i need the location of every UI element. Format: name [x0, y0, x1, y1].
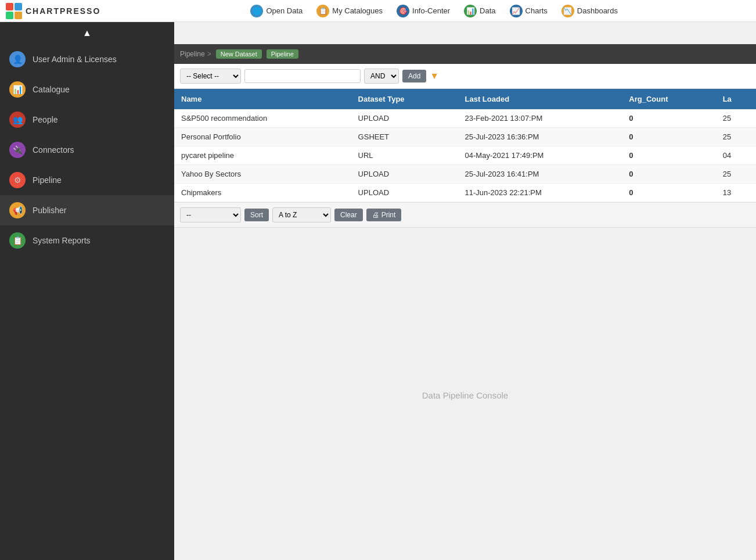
sidebar-item-people[interactable]: 👥 People — [0, 105, 174, 135]
sort-order-select[interactable]: A to Z Z to A Newest First Oldest First — [272, 207, 331, 222]
nav-my-catalogues[interactable]: 📋 My Catalogues — [311, 2, 388, 20]
filter-icon[interactable]: ▼ — [430, 71, 439, 81]
breadcrumb-arrow: > — [207, 50, 211, 58]
breadcrumb: Pipeline > — [180, 50, 211, 58]
svg-rect-1 — [15, 3, 22, 10]
svg-rect-2 — [6, 12, 13, 19]
cell-arg-count: 0 — [622, 146, 715, 165]
sidebar-item-user-admin[interactable]: 👤 User Admin & Licenses — [0, 44, 174, 74]
people-icon: 👥 — [9, 112, 26, 128]
cell-dataset-type: URL — [351, 146, 458, 165]
svg-rect-0 — [6, 3, 13, 10]
table-row[interactable]: Personal Portfolio GSHEET 25-Jul-2023 16… — [174, 128, 756, 146]
sort-button[interactable]: Sort — [244, 209, 269, 221]
table-row[interactable]: pycaret pipeline URL 04-May-2021 17:49:P… — [174, 146, 756, 165]
sidebar-item-publisher[interactable]: 📢 Publisher — [0, 195, 174, 225]
print-button[interactable]: 🖨 Print — [366, 209, 402, 221]
nav-info-center[interactable]: 🎯 Info-Center — [391, 2, 456, 20]
top-nav: CHARTPRESSO 🌐 Open Data 📋 My Catalogues … — [0, 0, 756, 22]
sidebar: ▲ 👤 User Admin & Licenses 📊 Catalogue 👥 … — [0, 22, 174, 560]
connectors-icon: 🔌 — [9, 142, 26, 158]
data-icon: 📊 — [464, 5, 477, 17]
dashboards-icon: 📉 — [561, 5, 574, 17]
user-admin-icon: 👤 — [9, 51, 26, 67]
col-la: La — [716, 89, 756, 109]
cell-la: 04 — [716, 146, 756, 165]
sort-bar: -- Name Dataset Type Last Loaded Arg_Cou… — [174, 202, 756, 228]
cell-la: 13 — [716, 184, 756, 202]
nav-dashboards[interactable]: 📉 Dashboards — [556, 2, 624, 20]
sidebar-item-catalogue-label: Catalogue — [33, 85, 70, 94]
cell-last-loaded: 04-May-2021 17:49:PM — [458, 146, 622, 165]
cell-name: Yahoo By Sectors — [174, 165, 351, 184]
nav-open-data-label: Open Data — [266, 6, 303, 15]
table-container: Name Dataset Type Last Loaded Arg_Count … — [174, 89, 756, 202]
data-table: Name Dataset Type Last Loaded Arg_Count … — [174, 89, 756, 202]
cell-dataset-type: GSHEET — [351, 128, 458, 146]
cell-last-loaded: 11-Jun-2023 22:21:PM — [458, 184, 622, 202]
nav-charts[interactable]: 📈 Charts — [504, 2, 553, 20]
sidebar-item-connectors-label: Connectors — [33, 145, 74, 155]
sort-field-select[interactable]: -- Name Dataset Type Last Loaded Arg_Cou… — [180, 207, 241, 222]
cell-arg-count: 0 — [622, 184, 715, 202]
table-row[interactable]: S&P500 recommendation UPLOAD 23-Feb-2021… — [174, 109, 756, 128]
cell-dataset-type: UPLOAD — [351, 109, 458, 128]
new-dataset-button[interactable]: New Dataset — [216, 49, 262, 59]
filter-value-input[interactable] — [244, 69, 361, 83]
sidebar-item-system-reports[interactable]: 📋 System Reports — [0, 225, 174, 256]
cell-arg-count: 0 — [622, 109, 715, 128]
logo-icon — [6, 3, 22, 19]
nav-data[interactable]: 📊 Data — [458, 2, 501, 20]
cell-la: 25 — [716, 109, 756, 128]
charts-icon: 📈 — [510, 5, 523, 17]
cell-name: Chipmakers — [174, 184, 351, 202]
system-reports-icon: 📋 — [9, 232, 26, 249]
open-data-icon: 🌐 — [250, 5, 263, 17]
main-content: Pipeline > New Dataset Pipeline -- Selec… — [174, 44, 756, 560]
nav-info-center-label: Info-Center — [412, 6, 450, 15]
cell-name: Personal Portfolio — [174, 128, 351, 146]
console-label: Data Pipeline Console — [422, 390, 508, 400]
cell-dataset-type: UPLOAD — [351, 184, 458, 202]
pipeline-button[interactable]: Pipeline — [267, 49, 298, 59]
sidebar-item-user-admin-label: User Admin & Licenses — [33, 55, 117, 64]
sidebar-item-pipeline[interactable]: ⚙ Pipeline — [0, 165, 174, 195]
app-name: CHARTPRESSO — [26, 6, 100, 16]
cell-last-loaded: 23-Feb-2021 13:07:PM — [458, 109, 622, 128]
nav-my-catalogues-label: My Catalogues — [332, 6, 383, 15]
pipeline-icon: ⚙ — [9, 172, 26, 188]
filter-operator-select[interactable]: AND OR — [364, 69, 399, 84]
nav-dashboards-label: Dashboards — [577, 6, 618, 15]
sidebar-item-catalogue[interactable]: 📊 Catalogue — [0, 74, 174, 105]
sub-header: Pipeline > New Dataset Pipeline — [174, 44, 756, 64]
cell-la: 25 — [716, 128, 756, 146]
filter-field-select[interactable]: -- Select -- Name Dataset Type Last Load… — [180, 69, 241, 84]
cell-last-loaded: 25-Jul-2023 16:41:PM — [458, 165, 622, 184]
cell-dataset-type: UPLOAD — [351, 165, 458, 184]
cell-arg-count: 0 — [622, 165, 715, 184]
publisher-icon: 📢 — [9, 202, 26, 218]
cell-la: 25 — [716, 165, 756, 184]
clear-button[interactable]: Clear — [334, 209, 363, 221]
catalogue-icon: 📊 — [9, 81, 26, 98]
table-row[interactable]: Yahoo By Sectors UPLOAD 25-Jul-2023 16:4… — [174, 165, 756, 184]
add-filter-button[interactable]: Add — [402, 70, 426, 82]
table-header-row: Name Dataset Type Last Loaded Arg_Count … — [174, 89, 756, 109]
print-icon: 🖨 — [372, 211, 379, 219]
nav-charts-label: Charts — [525, 6, 548, 15]
sidebar-collapse-button[interactable]: ▲ — [0, 22, 174, 44]
my-catalogues-icon: 📋 — [316, 5, 329, 17]
table-row[interactable]: Chipmakers UPLOAD 11-Jun-2023 22:21:PM 0… — [174, 184, 756, 202]
sidebar-item-publisher-label: Publisher — [33, 206, 66, 215]
sidebar-item-connectors[interactable]: 🔌 Connectors — [0, 135, 174, 165]
sidebar-item-pipeline-label: Pipeline — [33, 175, 62, 185]
cell-name: pycaret pipeline — [174, 146, 351, 165]
col-last-loaded: Last Loaded — [458, 89, 622, 109]
cell-arg-count: 0 — [622, 128, 715, 146]
cell-name: S&P500 recommendation — [174, 109, 351, 128]
app-logo[interactable]: CHARTPRESSO — [6, 3, 100, 19]
nav-data-label: Data — [480, 6, 495, 15]
nav-open-data[interactable]: 🌐 Open Data — [244, 2, 308, 20]
sidebar-item-system-reports-label: System Reports — [33, 236, 91, 245]
col-dataset-type: Dataset Type — [351, 89, 458, 109]
